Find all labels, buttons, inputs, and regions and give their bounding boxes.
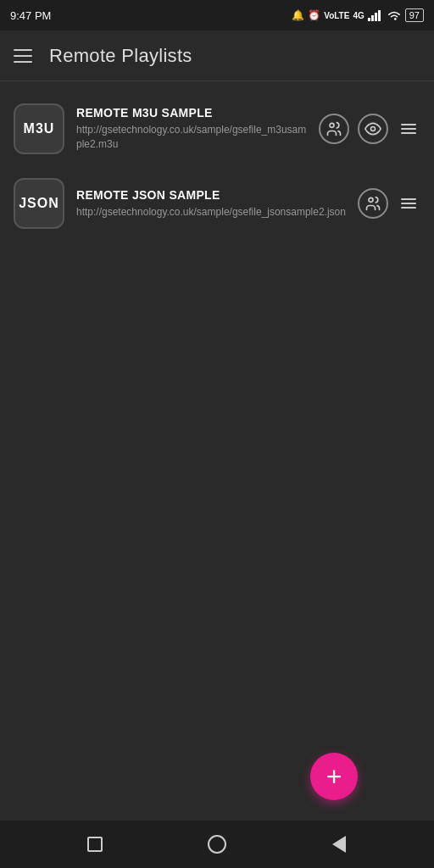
wifi-icon	[387, 9, 402, 21]
playlist-item-json: JSON REMOTE JSON SAMPLE http://gsetechno…	[0, 166, 434, 241]
svg-rect-3	[378, 10, 381, 21]
svg-point-4	[330, 123, 334, 127]
navigation-bar	[0, 821, 434, 868]
svg-rect-2	[375, 13, 377, 21]
json-actions	[358, 188, 420, 219]
add-playlist-button[interactable]: +	[310, 753, 358, 800]
page-title: Remote Playlists	[49, 45, 192, 67]
m3u-name: REMOTE M3U SAMPLE	[76, 106, 307, 120]
json-info: REMOTE JSON SAMPLE http://gsetechnology.…	[76, 188, 346, 220]
home-icon	[208, 835, 226, 854]
m3u-info: REMOTE M3U SAMPLE http://gsetechnology.c…	[76, 106, 307, 152]
json-icon: JSON	[14, 178, 64, 229]
battery-level: 97	[409, 10, 420, 20]
signal-icon	[368, 9, 383, 21]
alarm-icon: 🔔	[292, 9, 304, 21]
svg-rect-1	[371, 15, 374, 21]
svg-point-5	[371, 127, 376, 131]
battery-icon: 97	[405, 8, 424, 22]
svg-point-6	[369, 198, 373, 202]
app-bar: Remote Playlists	[0, 31, 434, 81]
overflow-menu-json[interactable]	[397, 192, 420, 215]
playlist-list: M3U REMOTE M3U SAMPLE http://gsetechnolo…	[0, 81, 434, 251]
m3u-url: http://gsetechnology.co.uk/sample/gsefil…	[76, 123, 307, 152]
menu-button[interactable]	[14, 49, 32, 63]
back-icon	[332, 836, 346, 853]
volte-icon: VoLTE	[324, 11, 349, 20]
overflow-menu-m3u[interactable]	[397, 117, 420, 141]
json-url: http://gsetechnology.co.uk/sample/gsefil…	[76, 205, 346, 220]
nav-back-button[interactable]	[322, 827, 356, 861]
recent-apps-icon	[87, 837, 103, 852]
4g-icon: 4G	[353, 11, 364, 20]
playlist-item-m3u: M3U REMOTE M3U SAMPLE http://gsetechnolo…	[0, 92, 434, 166]
eye-icon-m3u[interactable]	[358, 114, 388, 144]
status-bar: 9:47 PM 🔔 ⏰ VoLTE 4G 97	[0, 0, 434, 31]
user-icon-m3u[interactable]	[319, 114, 349, 144]
status-time: 9:47 PM	[10, 9, 51, 22]
user-icon-json[interactable]	[358, 188, 388, 219]
status-icons: 🔔 ⏰ VoLTE 4G 97	[292, 8, 424, 22]
json-name: REMOTE JSON SAMPLE	[76, 188, 346, 202]
m3u-icon: M3U	[14, 103, 64, 154]
nav-home-button[interactable]	[200, 827, 234, 861]
clock-icon: ⏰	[308, 9, 320, 21]
m3u-actions	[319, 114, 420, 144]
svg-rect-0	[368, 18, 370, 21]
nav-recent-button[interactable]	[78, 827, 112, 861]
